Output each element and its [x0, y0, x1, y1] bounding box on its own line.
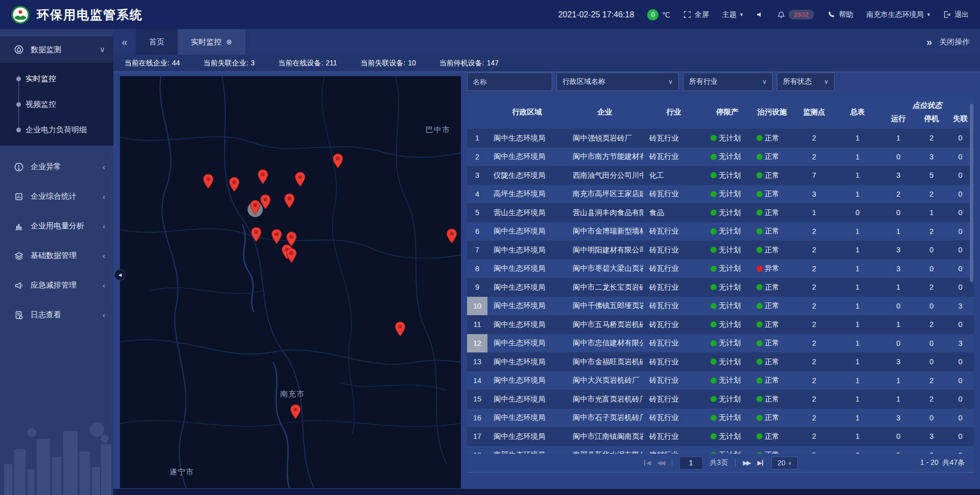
cell-pollution-facility: 正常	[750, 185, 794, 204]
table-row[interactable]: 18 南部生态环境局 南部县新华水泥有限公 建材行业 无计划	[467, 446, 974, 454]
sidebar-item-realtime-monitoring[interactable]: 实时监控	[0, 66, 113, 91]
pin-icon	[446, 228, 457, 244]
status-dot	[756, 396, 763, 402]
table-row[interactable]: 17 阆中生态环境局 阆中市江南镇阆南页岩 砖瓦行业 无计划	[467, 427, 974, 446]
cell-industry: 砖瓦行业	[643, 334, 704, 353]
sidebar-item-power-load-detail[interactable]: 企业电力负荷明细	[0, 117, 113, 143]
map-pin-marker[interactable]	[257, 169, 268, 184]
record-range-summary: 1 - 20 共47条	[920, 458, 965, 467]
sidebar-item-enterprise-abnormal[interactable]: 企业异常 ‹	[0, 153, 113, 181]
table-row[interactable]: 1 阆中生态环境局 阆中强锐页岩砖厂 砖瓦行业 无计划	[467, 129, 974, 148]
cell-running: 1	[880, 222, 916, 241]
cell-industry: 砖瓦行业	[643, 278, 704, 297]
user-menu[interactable]: 南充市生态环境局 ▾	[866, 10, 930, 19]
tab-close-icon[interactable]: ⊗	[226, 38, 232, 46]
table-row[interactable]: 5 营山生态环境局 营山县润丰肉食品有限 食品 无计划	[467, 203, 974, 222]
tabs-scroll-right-button[interactable]: »	[926, 36, 932, 48]
table-row[interactable]: 3 仪陇生态环境局 西南油气田分公司川中 化工 无计划	[467, 166, 974, 185]
table-row[interactable]: 8 阆中生态环境局 阆中市枣碧大梁山页岩 砖瓦行业 无计划	[467, 260, 974, 278]
tab-home[interactable]: 首页	[136, 29, 178, 55]
page-number-input[interactable]	[679, 457, 703, 469]
logout-button[interactable]: 退出	[943, 10, 969, 19]
status-dot-green	[710, 228, 717, 234]
table-row[interactable]: 10 阆中生态环境局 阆中千佛镇五郎垭页岩 砖瓦行业 无计划	[467, 297, 974, 316]
cell-company: 营山县润丰肉食品有限	[567, 203, 643, 222]
stat-item: 当前在线企业: 44	[125, 59, 180, 68]
region-select[interactable]: 行政区域名称 ∨	[556, 73, 679, 91]
sidebar-item-power-analysis[interactable]: 企业用电量分析 ‹	[0, 212, 113, 240]
map-pin-marker[interactable]	[295, 172, 306, 187]
table-row[interactable]: 11 阆中生态环境局 阆中市五马桥页岩机砖 砖瓦行业 无计划	[467, 315, 974, 334]
table-row[interactable]: 15 阆中生态环境局 阆中市光富页岩机砖厂 砖瓦行业 无计划	[467, 390, 974, 409]
status-dot	[756, 359, 763, 365]
map-pin-marker[interactable]	[229, 177, 240, 192]
previous-page-button[interactable]: ◀◀	[657, 459, 664, 466]
cell-running: 1	[880, 278, 916, 297]
cell-stop-production: 无计划	[704, 148, 750, 167]
cell-stop-production: 无计划	[704, 129, 750, 148]
cell-running: 0	[880, 427, 916, 446]
page-size-select[interactable]: 20 ∨	[771, 457, 798, 469]
map-pin-marker[interactable]	[446, 228, 457, 244]
notifications-button[interactable]: 2632	[777, 10, 815, 19]
table-row[interactable]: 13 阆中生态环境局 阆中市金福旺页岩机砖 砖瓦行业 无计划	[467, 352, 974, 371]
cell-monitor-points: 2	[794, 315, 835, 334]
map-pin-marker[interactable]	[203, 174, 214, 189]
industry-select[interactable]: 所有行业 ∨	[683, 73, 773, 91]
row-number: 7	[467, 241, 487, 260]
map-pin-marker[interactable]	[284, 193, 295, 208]
last-page-button[interactable]: ▶	[757, 459, 764, 466]
status-dot	[756, 191, 763, 197]
map-pin-marker[interactable]	[286, 248, 297, 263]
cell-pollution-facility: 正常	[750, 427, 794, 446]
cell-stopped: 2	[916, 390, 947, 409]
first-page-button[interactable]: ◀	[643, 459, 650, 466]
table-row[interactable]: 16 阆中生态环境局 阆中市石子页岩机砖厂 砖瓦行业 无计划	[467, 409, 974, 428]
map-pin-marker[interactable]	[332, 153, 344, 169]
row-number: 11	[467, 315, 487, 334]
sidebar-item-enterprise-statistics[interactable]: 企业综合统计 ‹	[0, 182, 113, 210]
sidebar-item-video-monitoring[interactable]: 视频监控	[0, 91, 113, 117]
tab-realtime-monitoring[interactable]: 实时监控 ⊗	[178, 29, 246, 55]
tabs-scroll-left-button[interactable]: «	[113, 29, 136, 55]
chevron-down-icon: ∨	[100, 45, 105, 54]
table-row[interactable]: 14 阆中生态环境局 阆中大兴页岩机砖厂 砖瓦行业 无计划	[467, 371, 974, 390]
cell-running: 2	[880, 185, 916, 204]
table-row[interactable]: 6 阆中生态环境局 阆中市金博瑞新型墙材 砖瓦行业 无计划	[467, 222, 974, 241]
table-row[interactable]: 7 阆中生态环境局 阆中明阳建材有限公司 砖瓦行业 无计划	[467, 241, 974, 260]
table-row[interactable]: 2 阆中生态环境局 阆中市南方节能建材有 砖瓦行业 无计划	[467, 148, 974, 167]
pin-icon	[290, 404, 301, 419]
map-pin-marker[interactable]	[260, 194, 271, 209]
close-operations-button[interactable]: 关闭操作	[939, 37, 970, 47]
map-pin-marker[interactable]	[251, 227, 262, 242]
cell-monitor-points: 2	[794, 241, 835, 260]
cell-industry: 砖瓦行业	[643, 185, 704, 204]
table-row[interactable]: 12 阆中生态环境局 阆中市忠信建材有限公 砖瓦行业 无计划	[467, 334, 974, 353]
map-pin-marker[interactable]	[395, 321, 406, 337]
statistics-icon	[14, 192, 23, 201]
next-page-button[interactable]: ▶▶	[743, 459, 750, 466]
cell-pollution-facility: 异常	[750, 260, 794, 278]
status-select[interactable]: 所有状态 ∨	[777, 73, 835, 91]
table-row[interactable]: 4 高坪生态环境局 南充市高坪区王家店建 砖瓦行业 无计划	[467, 185, 974, 204]
table-row[interactable]: 9 阆中生态环境局 阆中市二龙长宝页岩砖 砖瓦行业 无计划	[467, 278, 974, 297]
map-panel[interactable]: 巴中市 南充市 遂宁市	[120, 76, 461, 488]
sidebar-item-data-monitoring[interactable]: 数据监测 ∨	[0, 36, 113, 63]
map-collapse-toggle[interactable]: ◀	[114, 269, 126, 280]
vertical-scrollbar-thumb[interactable]	[970, 104, 973, 282]
cell-stopped: 2	[916, 371, 947, 390]
cell-region: 仪陇生态环境局	[487, 166, 567, 185]
help-button[interactable]: 帮助	[827, 10, 853, 19]
map-pin-marker[interactable]	[250, 200, 261, 215]
app-window: 环保用电监管系统 2021-02-25 17:46:18 0 ℃ 全屏 主题 ▾	[0, 0, 980, 495]
fullscreen-button[interactable]: 全屏	[683, 10, 709, 19]
sidebar-item-base-data[interactable]: 基础数据管理 ‹	[0, 242, 113, 270]
sound-button[interactable]	[756, 11, 764, 18]
name-search-input[interactable]	[467, 73, 552, 91]
sidebar-item-emergency-reduction[interactable]: 应急减排管理 ‹	[0, 271, 113, 299]
map-pin-marker[interactable]	[271, 229, 282, 244]
theme-dropdown[interactable]: 主题 ▾	[722, 10, 743, 19]
content-area: 巴中市 南充市 遂宁市	[113, 72, 980, 489]
sidebar-item-log-view[interactable]: 日志查看 ‹	[0, 301, 113, 329]
map-pin-marker[interactable]	[290, 404, 301, 419]
